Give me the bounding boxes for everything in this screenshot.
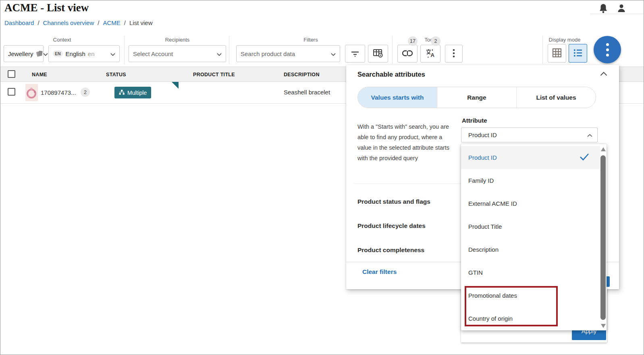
- breadcrumb: Dashboard/Channels overview/ACME/List vi…: [4, 19, 153, 26]
- divider: [124, 36, 125, 64]
- divider: [229, 36, 229, 64]
- language-code-badge: EN: [53, 50, 63, 57]
- sitemap-icon: [119, 90, 125, 96]
- column-header-status[interactable]: STATUS: [106, 72, 126, 77]
- list-view-icon: [573, 48, 583, 59]
- dropdown-option-gtin[interactable]: GTIN: [461, 261, 600, 284]
- filter-button[interactable]: [345, 45, 365, 63]
- search-type-tabs: Values starts with Range List of values: [357, 87, 596, 108]
- scroll-up-arrow[interactable]: [601, 147, 606, 151]
- product-search-select[interactable]: Search product data: [236, 45, 340, 62]
- section-product-lifecycle-dates[interactable]: Product lifecycle dates: [357, 222, 426, 230]
- divider: [392, 36, 393, 64]
- notifications-button[interactable]: [598, 3, 608, 15]
- translate-icon: A: [426, 48, 435, 59]
- breadcrumb-acme[interactable]: ACME: [103, 19, 120, 26]
- chevron-up-icon: [600, 71, 607, 77]
- list-view-button[interactable]: [569, 44, 587, 63]
- context-group-label: Context: [4, 37, 120, 43]
- tab-values-starts-with[interactable]: Values starts with: [358, 87, 437, 108]
- dropdown-option-promotional-dates[interactable]: Promotional dates: [461, 284, 600, 307]
- translate-tool-button[interactable]: A: [420, 45, 440, 63]
- column-header-description[interactable]: DESCRIPTION: [284, 72, 320, 77]
- clear-filters-link[interactable]: Clear filters: [362, 268, 397, 276]
- dropdown-option-product-id[interactable]: Product ID: [461, 146, 600, 169]
- scrollbar-thumb[interactable]: [600, 155, 606, 320]
- dropdown-option-description[interactable]: Description: [461, 238, 600, 261]
- user-menu-button[interactable]: [616, 3, 627, 15]
- status-label: Multiple: [127, 90, 147, 96]
- table-columns-eye-icon: [373, 48, 383, 59]
- channel-select[interactable]: Jewellery: [4, 45, 44, 62]
- display-mode-group-label: Display mode: [540, 37, 589, 43]
- filters-group-label: Filters: [236, 37, 385, 43]
- collapse-panel-button[interactable]: [598, 69, 609, 79]
- column-header-name[interactable]: NAME: [32, 72, 47, 77]
- channel-value: Jewellery: [8, 50, 33, 57]
- breadcrumb-channels-overview[interactable]: Channels overview: [43, 19, 94, 26]
- breadcrumb-current: List view: [129, 19, 153, 26]
- link-tool-button[interactable]: [397, 45, 418, 63]
- dropdown-option-country-of-origin[interactable]: Country of origin: [461, 307, 600, 330]
- link-tool-badge: 17: [408, 36, 418, 46]
- search-description: With a "Starts with" search, you are abl…: [357, 121, 457, 163]
- translate-tool-badge: 2: [431, 36, 440, 46]
- product-thumbnail: [25, 84, 38, 101]
- attribute-select[interactable]: Product ID: [461, 127, 598, 142]
- chevron-up-icon: [587, 132, 592, 138]
- svg-text:A: A: [431, 52, 435, 58]
- grid-view-icon: [552, 48, 562, 59]
- dropdown-option-product-title[interactable]: Product Title: [461, 215, 600, 238]
- app-window: ACME - List view Dashboard/Channels over…: [0, 0, 644, 355]
- chevron-down-icon: [331, 50, 336, 57]
- channel-cards-icon: [36, 50, 43, 58]
- panel-title: Searchable attributes: [357, 71, 425, 78]
- chevron-down-icon: [110, 50, 115, 57]
- status-badge[interactable]: Multiple: [114, 87, 151, 98]
- product-name[interactable]: 170897473...: [41, 89, 76, 96]
- grid-view-button[interactable]: [548, 44, 566, 63]
- column-header-product-title[interactable]: PRODUCT TITLE: [193, 72, 235, 77]
- recipients-group-label: Recipients: [129, 37, 226, 43]
- attribute-selected-value: Product ID: [468, 132, 497, 138]
- column-settings-button[interactable]: [368, 45, 388, 63]
- more-tools-button[interactable]: [445, 45, 463, 63]
- divider: [590, 14, 644, 14]
- check-icon: [580, 153, 589, 162]
- chevron-down-icon: [43, 50, 48, 57]
- language-suffix: en: [88, 50, 95, 57]
- description-cell: Seashell bracelet: [284, 89, 330, 96]
- kebab-menu-icon: [453, 48, 455, 59]
- chevron-down-icon: [217, 50, 222, 57]
- dropdown-option-external-acme-id[interactable]: External ACME ID: [461, 192, 600, 215]
- more-dots-icon: [606, 43, 609, 56]
- section-product-status-and-flags[interactable]: Product status and flags: [357, 198, 430, 205]
- filter-icon: [350, 49, 360, 59]
- floating-action-button[interactable]: [594, 36, 621, 63]
- dropdown-option-family-id[interactable]: Family ID: [461, 169, 600, 192]
- tab-list-of-values[interactable]: List of values: [516, 87, 596, 108]
- scroll-down-arrow[interactable]: [601, 324, 606, 328]
- section-product-completeness[interactable]: Product completeness: [357, 246, 424, 254]
- attribute-label: Attribute: [462, 117, 487, 124]
- divider: [354, 184, 461, 184]
- recipients-placeholder: Select Account: [133, 50, 173, 57]
- language-select[interactable]: EN English en: [48, 45, 120, 62]
- page-title: ACME - List view: [4, 2, 89, 14]
- recipients-select[interactable]: Select Account: [129, 45, 226, 62]
- product-count-badge: 2: [81, 88, 90, 97]
- attribute-dropdown: Product ID Family ID External ACME ID Pr…: [461, 144, 607, 330]
- breadcrumb-dashboard[interactable]: Dashboard: [4, 19, 34, 26]
- dropdown-scrollbar[interactable]: [600, 144, 607, 330]
- language-value: English: [66, 50, 85, 57]
- select-all-checkbox[interactable]: [8, 70, 15, 78]
- link-icon: [402, 50, 413, 58]
- tab-range[interactable]: Range: [437, 87, 516, 108]
- product-search-placeholder: Search product data: [241, 50, 295, 57]
- row-checkbox[interactable]: [8, 88, 15, 96]
- corner-flag-marker: [172, 82, 179, 90]
